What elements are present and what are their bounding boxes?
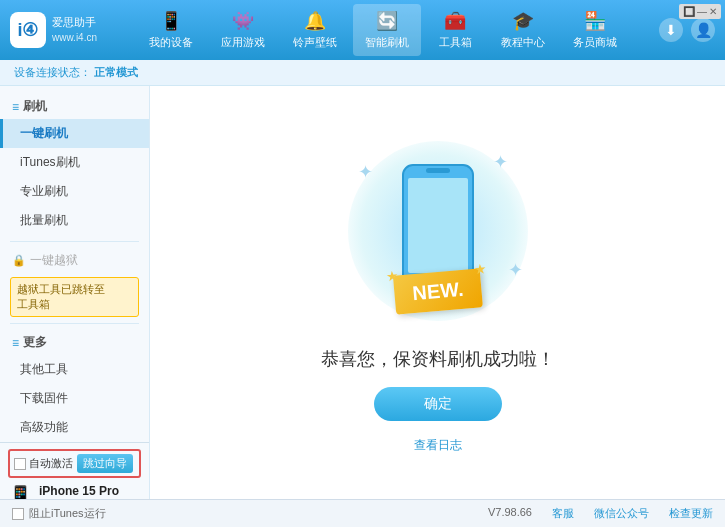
logo-icon: i④ xyxy=(10,12,46,48)
sidebar: ≡ 刷机 一键刷机 iTunes刷机 专业刷机 批量刷机 🔒 一键越狱 越狱工具 xyxy=(0,86,150,499)
device-info: 📱 iPhone 15 Pro Max 512GB iPhone xyxy=(8,484,141,499)
toolbox-icon: 🧰 xyxy=(444,10,466,32)
main-layout: ≡ 刷机 一键刷机 iTunes刷机 专业刷机 批量刷机 🔒 一键越狱 越狱工具 xyxy=(0,86,725,499)
sparkle-1: ✦ xyxy=(358,161,373,183)
user-button[interactable]: 👤 xyxy=(691,18,715,42)
sparkle-2: ✦ xyxy=(493,151,508,173)
sidebar-item-pro-flash[interactable]: 专业刷机 xyxy=(0,177,149,206)
device-phone-icon: 📱 xyxy=(8,484,33,499)
lock-icon: 🔒 xyxy=(12,254,26,267)
games-icon: 👾 xyxy=(232,10,254,32)
customer-service-link[interactable]: 客服 xyxy=(552,506,574,521)
more-section-icon: ≡ xyxy=(12,336,19,350)
itunes-block-label: 阻止iTunes运行 xyxy=(29,506,106,521)
merchant-icon: 🏪 xyxy=(584,10,606,32)
footer-left: 阻止iTunes运行 xyxy=(12,506,468,521)
sparkle-3: ✦ xyxy=(508,259,523,281)
auto-activate-checkbox-label[interactable]: 自动激活 xyxy=(14,456,73,471)
header-right: ⬇ 👤 xyxy=(659,18,715,42)
svg-rect-1 xyxy=(408,178,468,273)
tab-ringtone[interactable]: 🔔 铃声壁纸 xyxy=(281,4,349,56)
sidebar-section-more: ≡ 更多 xyxy=(0,330,149,355)
sidebar-item-itunes-flash[interactable]: iTunes刷机 xyxy=(0,148,149,177)
tab-toolbox[interactable]: 🧰 工具箱 xyxy=(425,4,485,56)
sidebar-item-other-tools[interactable]: 其他工具 xyxy=(0,355,149,384)
tab-merchant[interactable]: 🏪 务员商城 xyxy=(561,4,629,56)
device-details: iPhone 15 Pro Max 512GB iPhone xyxy=(39,484,141,499)
header: i④ 爱思助手 www.i4.cn 📱 我的设备 👾 应用游戏 🔔 铃声壁纸 🔄 xyxy=(0,0,725,60)
tab-my-device[interactable]: 📱 我的设备 xyxy=(137,4,205,56)
nav-tabs: 📱 我的设备 👾 应用游戏 🔔 铃声壁纸 🔄 智能刷机 🧰 工具箱 🎓 xyxy=(117,4,649,56)
ringtone-icon: 🔔 xyxy=(304,10,326,32)
jailbreak-notice: 越狱工具已跳转至 工具箱 xyxy=(10,277,139,317)
flash-icon: 🔄 xyxy=(376,10,398,32)
check-update-link[interactable]: 检查更新 xyxy=(669,506,713,521)
svg-rect-2 xyxy=(426,168,450,173)
tab-smart-flash[interactable]: 🔄 智能刷机 xyxy=(353,4,421,56)
tab-tutorial[interactable]: 🎓 教程中心 xyxy=(489,4,557,56)
device-icon: 📱 xyxy=(160,10,182,32)
device-name: iPhone 15 Pro Max xyxy=(39,484,141,499)
version-label: V7.98.66 xyxy=(488,506,532,521)
itunes-block-checkbox[interactable] xyxy=(12,508,24,520)
sidebar-item-download-firmware[interactable]: 下载固件 xyxy=(0,384,149,413)
new-ribbon-text: NEW. xyxy=(392,268,482,314)
sidebar-section-flash: ≡ 刷机 xyxy=(0,94,149,119)
success-message: 恭喜您，保资料刷机成功啦！ xyxy=(321,347,555,371)
auto-activate-row: 自动激活 跳过向导 xyxy=(8,449,141,478)
new-badge: NEW. xyxy=(394,272,481,311)
sidebar-item-advanced[interactable]: 高级功能 xyxy=(0,413,149,442)
sidebar-divider-1 xyxy=(10,241,139,242)
confirm-button[interactable]: 确定 xyxy=(374,387,502,421)
sidebar-item-batch-flash[interactable]: 批量刷机 xyxy=(0,206,149,235)
logo-text: 爱思助手 www.i4.cn xyxy=(52,15,97,44)
tutorial-icon: 🎓 xyxy=(512,10,534,32)
sidebar-divider-2 xyxy=(10,323,139,324)
phone-illustration: ✦ ✦ ✦ NEW. xyxy=(338,131,538,331)
wechat-link[interactable]: 微信公众号 xyxy=(594,506,649,521)
logo: i④ 爱思助手 www.i4.cn xyxy=(10,12,97,48)
auto-activate-checkbox[interactable] xyxy=(14,458,26,470)
view-log-link[interactable]: 查看日志 xyxy=(414,437,462,454)
device-panel: 自动激活 跳过向导 📱 iPhone 15 Pro Max 512GB iPho… xyxy=(0,442,149,499)
sidebar-section-jailbreak: 🔒 一键越狱 xyxy=(0,248,149,273)
tab-app-games[interactable]: 👾 应用游戏 xyxy=(209,4,277,56)
footer: 阻止iTunes运行 V7.98.66 客服 微信公众号 检查更新 xyxy=(0,499,725,527)
content-area: ✦ ✦ ✦ NEW. 恭喜您，保资料刷机成功啦！ 确定 查看日志 xyxy=(150,86,725,499)
download-button[interactable]: ⬇ xyxy=(659,18,683,42)
breadcrumb: 设备连接状态： 正常模式 xyxy=(0,60,725,86)
skip-guide-button[interactable]: 跳过向导 xyxy=(77,454,133,473)
flash-section-icon: ≡ xyxy=(12,100,19,114)
sidebar-item-one-key-flash[interactable]: 一键刷机 xyxy=(0,119,149,148)
footer-center: V7.98.66 客服 微信公众号 检查更新 xyxy=(488,506,713,521)
